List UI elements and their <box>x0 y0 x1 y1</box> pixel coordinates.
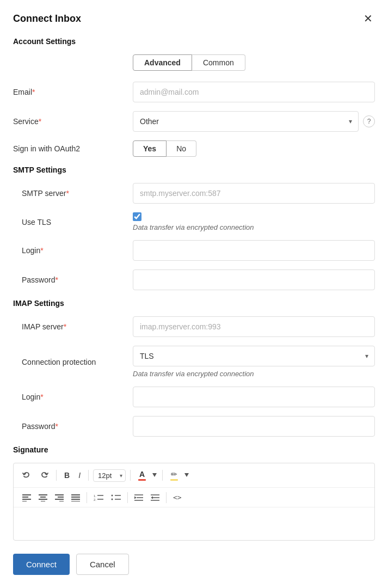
smtp-server-input[interactable] <box>133 183 375 204</box>
unordered-list-button[interactable] <box>108 492 124 504</box>
highlight-dropdown[interactable] <box>183 471 190 480</box>
oauth2-toggle-group: Yes No <box>133 140 196 157</box>
account-settings-title: Account Settings <box>13 37 375 46</box>
signature-section: Signature B I <box>13 445 375 541</box>
tls-control: Data transfer via encrypted connection <box>133 212 254 231</box>
imap-settings-section: IMAP Settings IMAP server* Connection pr… <box>13 299 375 437</box>
tls-row: Use TLS Data transfer via encrypted conn… <box>13 212 375 231</box>
toolbar-sep-5 <box>87 492 87 503</box>
connection-protection-row: Connection protection TLS SSL None ▾ Dat… <box>13 346 375 378</box>
toolbar-sep-3 <box>130 470 131 481</box>
font-color-letter: A <box>139 470 145 479</box>
code-button[interactable]: <> <box>170 491 185 504</box>
tab-group: Advanced Common <box>133 54 375 71</box>
imap-password-input[interactable] <box>133 416 375 437</box>
smtp-settings-title: SMTP Settings <box>13 166 375 174</box>
redo-button[interactable] <box>36 469 52 482</box>
imap-password-label: Password* <box>13 422 133 431</box>
imap-settings-title: IMAP Settings <box>13 299 375 308</box>
signature-toolbar-row1: B I 8pt 10pt 12pt 14pt 16pt 18pt 24pt 36… <box>14 463 374 488</box>
service-label: Service* <box>13 117 133 126</box>
svg-text:1.: 1. <box>94 494 96 498</box>
font-color-button[interactable]: A <box>135 468 149 483</box>
outdent-button[interactable] <box>147 492 163 504</box>
connection-protection-label: Connection protection <box>13 358 133 366</box>
svg-marker-0 <box>152 473 157 477</box>
svg-marker-1 <box>184 473 189 477</box>
smtp-password-row: Password* <box>13 270 375 290</box>
smtp-login-row: Login* <box>13 240 375 261</box>
tls-checkbox[interactable] <box>133 212 141 221</box>
email-row: Email* <box>13 82 375 102</box>
svg-point-23 <box>112 498 113 500</box>
footer-buttons: Connect Cancel <box>13 554 375 575</box>
modal-header: Connect Inbox ✕ <box>13 11 375 26</box>
signature-toolbar-row2: 1. 2. <box>14 488 374 507</box>
connection-protection-wrapper: TLS SSL None ▾ Data transfer via encrypt… <box>133 346 375 378</box>
align-justify-button[interactable] <box>68 492 83 504</box>
imap-login-row: Login* <box>13 387 375 407</box>
imap-server-row: IMAP server* <box>13 316 375 337</box>
close-button[interactable]: ✕ <box>361 11 375 26</box>
email-label: Email* <box>13 88 133 96</box>
font-color-dropdown[interactable] <box>151 471 158 480</box>
indent-button[interactable] <box>131 492 146 504</box>
toolbar-sep-4 <box>162 470 163 481</box>
signature-editor-area[interactable] <box>14 507 374 540</box>
smtp-password-label: Password* <box>13 275 133 284</box>
smtp-login-input[interactable] <box>133 240 375 261</box>
imap-login-input[interactable] <box>133 387 375 407</box>
connect-inbox-modal: Connect Inbox ✕ Account Settings Advance… <box>0 0 388 588</box>
highlight-button[interactable]: ✏ <box>167 468 181 483</box>
smtp-server-label: SMTP server* <box>13 189 133 198</box>
email-input[interactable] <box>133 82 375 102</box>
signature-title: Signature <box>13 445 375 454</box>
smtp-server-row: SMTP server* <box>13 183 375 204</box>
signature-editor: B I 8pt 10pt 12pt 14pt 16pt 18pt 24pt 36… <box>13 463 375 541</box>
font-color-indicator <box>138 479 146 481</box>
service-help-icon[interactable]: ? <box>363 115 375 127</box>
ordered-list-button[interactable]: 1. 2. <box>90 492 107 504</box>
align-right-button[interactable] <box>52 492 67 504</box>
imap-server-input[interactable] <box>133 316 375 337</box>
connect-button[interactable]: Connect <box>13 554 70 575</box>
tls-label: Use TLS <box>13 218 133 226</box>
oauth2-yes-button[interactable]: Yes <box>133 140 167 157</box>
connection-protection-select[interactable]: TLS SSL None <box>133 346 375 366</box>
service-select-wrapper: Other Gmail Yahoo Outlook ▾ <box>133 111 359 132</box>
cancel-button[interactable]: Cancel <box>76 554 129 575</box>
tls-helper-text: Data transfer via encrypted connection <box>133 223 254 231</box>
highlight-indicator <box>170 479 178 481</box>
service-select[interactable]: Other Gmail Yahoo Outlook <box>133 111 359 132</box>
oauth2-label: Sign in with OAuth2 <box>13 144 133 153</box>
connection-protection-select-wrapper: TLS SSL None ▾ <box>133 346 375 366</box>
font-size-select[interactable]: 8pt 10pt 12pt 14pt 16pt 18pt 24pt 36pt <box>93 469 126 482</box>
toolbar-sep-6 <box>127 492 128 503</box>
imap-password-row: Password* <box>13 416 375 437</box>
imap-login-label: Login* <box>13 393 133 401</box>
imap-server-label: IMAP server* <box>13 322 133 331</box>
connection-protection-helper: Data transfer via encrypted connection <box>133 370 375 378</box>
italic-button[interactable]: I <box>75 469 84 482</box>
toolbar-sep-2 <box>88 470 89 481</box>
tab-advanced[interactable]: Advanced <box>133 54 192 71</box>
account-settings-section: Account Settings Advanced Common Email* … <box>13 37 375 157</box>
bold-button[interactable]: B <box>61 469 73 482</box>
highlight-icon: ✏ <box>171 470 177 479</box>
smtp-settings-section: SMTP Settings SMTP server* Use TLS Data … <box>13 166 375 290</box>
oauth2-row: Sign in with OAuth2 Yes No <box>13 140 375 157</box>
smtp-login-label: Login* <box>13 246 133 255</box>
undo-button[interactable] <box>19 469 34 482</box>
svg-point-22 <box>112 494 113 496</box>
service-row: Service* Other Gmail Yahoo Outlook ▾ ? <box>13 111 375 132</box>
toolbar-sep-7 <box>166 492 167 503</box>
align-left-button[interactable] <box>19 492 34 504</box>
tab-common[interactable]: Common <box>192 54 245 71</box>
modal-title: Connect Inbox <box>13 13 81 24</box>
toolbar-sep-1 <box>56 470 57 481</box>
svg-text:2.: 2. <box>94 498 96 501</box>
smtp-password-input[interactable] <box>133 270 375 290</box>
align-center-button[interactable] <box>35 492 51 504</box>
font-size-wrapper: 8pt 10pt 12pt 14pt 16pt 18pt 24pt 36pt ▾ <box>93 469 126 482</box>
oauth2-no-button[interactable]: No <box>167 140 196 157</box>
